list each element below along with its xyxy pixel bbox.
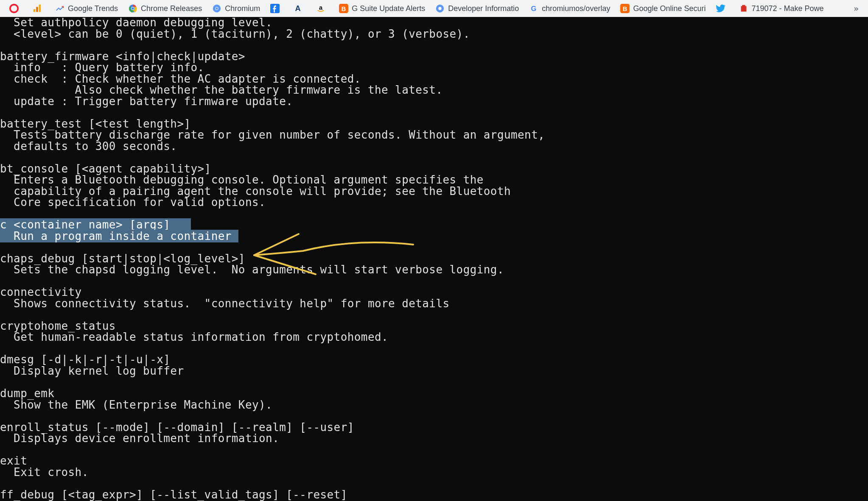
bookmark-label: Google Trends bbox=[68, 4, 118, 13]
bookmark-facebook[interactable] bbox=[265, 1, 288, 16]
highlighted-line-2: Run a program inside a container bbox=[0, 230, 238, 242]
svg-rect-20 bbox=[741, 6, 746, 12]
bookmark-security[interactable]: B Google Online Securi bbox=[615, 1, 711, 16]
bookmark-bug[interactable]: 719072 - Make Powe bbox=[734, 1, 829, 16]
svg-text:A: A bbox=[295, 4, 301, 13]
bookmark-label: G Suite Update Alerts bbox=[352, 4, 425, 13]
arrow-annotation bbox=[221, 220, 417, 296]
bookmark-label: Google Online Securi bbox=[633, 4, 706, 13]
bookmark-trends[interactable]: Google Trends bbox=[50, 1, 123, 16]
google-icon: G bbox=[529, 4, 538, 13]
bookmark-amazon[interactable]: a bbox=[311, 1, 334, 16]
chromium-icon bbox=[212, 4, 221, 13]
svg-text:B: B bbox=[342, 6, 346, 12]
svg-rect-3 bbox=[39, 5, 41, 12]
bookmark-gsuite[interactable]: B G Suite Update Alerts bbox=[334, 1, 430, 16]
bookmark-a[interactable]: A bbox=[288, 1, 311, 16]
terminal-text-after: chaps_debug [start|stop|<log_level>] Set… bbox=[0, 252, 504, 501]
bookmark-chrome-releases[interactable]: Chrome Releases bbox=[123, 1, 207, 16]
analytics-icon bbox=[32, 4, 42, 13]
svg-point-9 bbox=[216, 7, 218, 10]
twitter-icon bbox=[716, 4, 725, 13]
overflow-glyph: » bbox=[854, 3, 859, 14]
bookmark-label: Chromium bbox=[225, 4, 260, 13]
chromium-icon bbox=[435, 4, 445, 13]
svg-text:G: G bbox=[531, 5, 537, 12]
svg-rect-1 bbox=[34, 9, 36, 12]
blogger-icon: B bbox=[339, 4, 348, 13]
svg-text:a: a bbox=[319, 4, 323, 11]
bookmark-label: chromiumos/overlay bbox=[542, 4, 610, 13]
amazon-icon: a bbox=[316, 4, 325, 13]
svg-rect-2 bbox=[36, 7, 38, 12]
opera-icon bbox=[9, 4, 19, 13]
bookmark-chromiumos[interactable]: G chromiumos/overlay bbox=[524, 1, 615, 16]
bookmark-analytics[interactable] bbox=[27, 1, 50, 16]
terminal-text-before: Set authpolicy daemon debugging level. <… bbox=[0, 17, 545, 209]
terminal-output[interactable]: Set authpolicy daemon debugging level. <… bbox=[0, 17, 868, 501]
facebook-icon bbox=[270, 4, 280, 13]
highlighted-line-1: c <container name> [args] bbox=[0, 218, 191, 231]
chrome-icon bbox=[128, 4, 137, 13]
bookmark-developer[interactable]: Developer Informatio bbox=[430, 1, 524, 16]
bookmark-label: 719072 - Make Powe bbox=[752, 4, 824, 13]
svg-point-0 bbox=[10, 5, 18, 12]
svg-text:B: B bbox=[623, 6, 627, 12]
bookmark-twitter[interactable] bbox=[711, 1, 734, 16]
bookmark-overflow[interactable]: » bbox=[848, 1, 864, 16]
bookmark-chromium[interactable]: Chromium bbox=[207, 1, 265, 16]
svg-rect-21 bbox=[742, 5, 745, 7]
bookmarks-bar: Google Trends Chrome Releases Chromium A… bbox=[0, 0, 868, 17]
svg-point-16 bbox=[439, 7, 442, 10]
a-icon: A bbox=[293, 4, 302, 13]
bookmark-label: Chrome Releases bbox=[141, 4, 202, 13]
bug-icon bbox=[739, 4, 748, 13]
trends-icon bbox=[55, 4, 64, 13]
bookmark-opera[interactable] bbox=[4, 1, 27, 16]
bookmark-label: Developer Informatio bbox=[448, 4, 519, 13]
blogger-icon: B bbox=[620, 4, 630, 13]
